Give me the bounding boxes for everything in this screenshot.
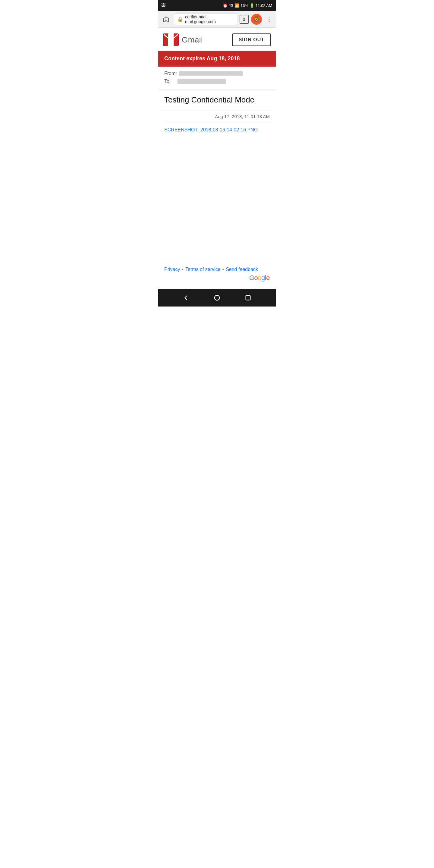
home-nav-button[interactable]	[210, 291, 224, 304]
email-body: Aug 17, 2018, 11:01:18 AM SCREENSHOT_201…	[158, 109, 276, 137]
footer-dot-2: •	[222, 267, 224, 272]
to-label: To:	[164, 79, 175, 84]
menu-button[interactable]: ⋮	[264, 15, 273, 24]
to-row: To:	[164, 79, 270, 84]
email-metadata: From: To:	[158, 67, 276, 90]
google-logo: Google	[249, 274, 270, 282]
status-bar: 🖼 ⏰ 4G 📶 16% 🔋 11:02 AM	[158, 0, 276, 11]
gmail-m-icon	[163, 33, 179, 46]
feedback-link[interactable]: Send feedback	[226, 267, 258, 272]
signal-icon: 📶	[235, 3, 239, 8]
status-bar-right: ⏰ 4G 📶 16% 🔋 11:02 AM	[223, 3, 272, 8]
battery-percent: 16%	[241, 3, 248, 8]
expiry-banner: Content expires Aug 18, 2018	[158, 51, 276, 67]
svg-rect-4	[168, 33, 174, 46]
terms-link[interactable]: Terms of service	[185, 267, 220, 272]
brave-icon: 🦁	[253, 16, 260, 23]
gmail-header: Gmail SIGN OUT	[158, 28, 276, 51]
from-value-redacted	[179, 71, 243, 76]
page-footer: Privacy • Terms of service • Send feedba…	[158, 258, 276, 289]
content-spacer	[158, 137, 276, 258]
email-subject: Testing Confidential Mode	[158, 90, 276, 109]
nav-bar	[158, 289, 276, 307]
lock-icon: 🔒	[177, 16, 183, 22]
address-bar[interactable]: 🔒 confidential-mail.google.com	[174, 13, 237, 25]
battery-icon: 🔋	[250, 3, 254, 8]
photo-icon: 🖼	[161, 3, 165, 8]
expiry-text: Content expires Aug 18, 2018	[164, 56, 240, 61]
alarm-icon: ⏰	[223, 3, 227, 8]
time-display: 11:02 AM	[255, 3, 272, 8]
sign-out-button[interactable]: SIGN OUT	[232, 33, 271, 46]
privacy-link[interactable]: Privacy	[164, 267, 180, 272]
home-button[interactable]	[161, 14, 172, 25]
from-row: From:	[164, 71, 270, 76]
attachment-link[interactable]: SCREENSHOT_2018-08-16-14-02-16.PNG	[164, 127, 270, 133]
back-button[interactable]	[179, 291, 193, 304]
email-timestamp: Aug 17, 2018, 11:01:18 AM	[164, 114, 270, 122]
to-value-redacted	[178, 79, 226, 84]
status-bar-left: 🖼	[161, 3, 165, 8]
brave-button[interactable]: 🦁	[251, 14, 262, 25]
network-type: 4G	[229, 4, 233, 7]
subject-text: Testing Confidential Mode	[164, 95, 270, 104]
svg-point-5	[215, 296, 220, 301]
footer-dot-1: •	[182, 267, 184, 272]
gmail-logo: Gmail	[163, 33, 203, 46]
from-label: From:	[164, 71, 177, 76]
browser-bar: 🔒 confidential-mail.google.com 2 🦁 ⋮	[158, 11, 276, 28]
svg-rect-6	[246, 296, 250, 300]
recents-button[interactable]	[241, 291, 255, 304]
gmail-name: Gmail	[182, 35, 203, 44]
url-text: confidential-mail.google.com	[185, 14, 234, 24]
tab-count[interactable]: 2	[240, 15, 249, 24]
